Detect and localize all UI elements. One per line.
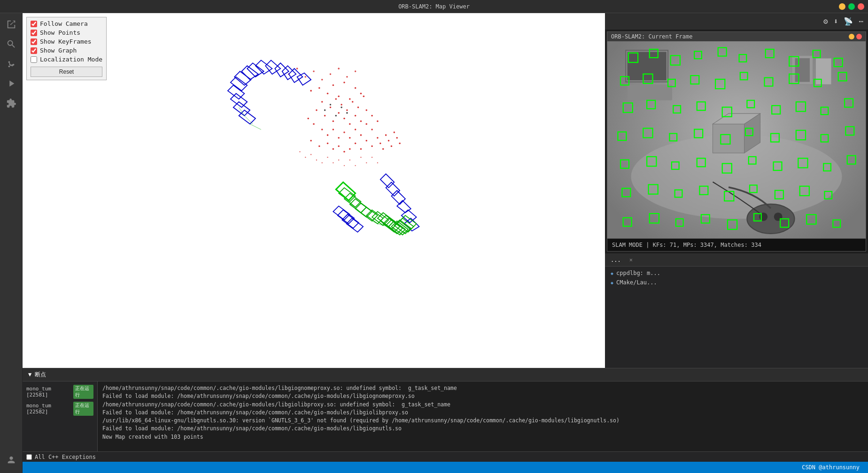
svg-point-89 xyxy=(377,162,378,163)
svg-point-28 xyxy=(307,118,309,120)
show-points-label: Show Points xyxy=(40,29,80,36)
svg-point-44 xyxy=(313,70,315,72)
svg-point-50 xyxy=(324,109,326,111)
terminal-output[interactable]: /home/athrunsunny/snap/code/common/.cach… xyxy=(98,381,868,451)
bottom-panel: ▼ 断点 mono_tum [22581] 正在运行 mono_tum [225… xyxy=(23,368,868,462)
minimize-button[interactable] xyxy=(839,3,845,10)
svg-rect-148 xyxy=(628,52,666,81)
localization-mode-control: Localization Mode xyxy=(31,56,102,63)
localization-mode-label: Localization Mode xyxy=(40,56,102,63)
side-file-item-1[interactable]: ◈ cppdlbg: m... xyxy=(607,268,866,278)
svg-point-84 xyxy=(349,160,350,160)
source-control-icon[interactable] xyxy=(2,54,21,73)
svg-point-67 xyxy=(380,143,381,145)
follow-camera-checkbox[interactable] xyxy=(31,21,37,27)
svg-point-81 xyxy=(333,162,333,163)
frame-close-buttons xyxy=(849,34,862,39)
svg-point-43 xyxy=(305,76,307,78)
svg-point-75 xyxy=(299,151,300,152)
svg-point-19 xyxy=(324,115,326,117)
svg-point-83 xyxy=(344,165,345,166)
frame-minimize-btn[interactable] xyxy=(849,34,854,39)
frame-titlebar: ORB-SLAM2: Current Frame xyxy=(607,32,866,41)
show-graph-checkbox[interactable] xyxy=(31,47,37,54)
svg-point-55 xyxy=(310,140,312,142)
search-icon[interactable] xyxy=(2,35,21,53)
svg-point-35 xyxy=(349,137,351,139)
run-icon[interactable] xyxy=(2,74,21,93)
download-icon[interactable]: ⬇ xyxy=(834,17,838,26)
follow-camera-label: Follow Camera xyxy=(40,20,88,27)
process-badge-1: 正在运行 xyxy=(73,385,93,399)
reset-button[interactable]: Reset xyxy=(31,67,102,77)
follow-camera-control: Follow Camera xyxy=(31,20,102,27)
show-keyframes-checkbox[interactable] xyxy=(31,38,37,45)
svg-point-39 xyxy=(371,129,373,130)
settings-icon[interactable]: ⚙ xyxy=(823,17,828,26)
show-points-control: Show Points xyxy=(31,29,102,36)
terminal-line-6: Failed to load module: /home/athrunsunny… xyxy=(102,425,863,433)
svg-point-51 xyxy=(330,104,332,106)
side-file-name-1: cppdlbg: m... xyxy=(616,270,660,276)
svg-point-12 xyxy=(335,98,337,100)
svg-point-8 xyxy=(355,87,356,89)
frame-title: ORB-SLAM2: Current Frame xyxy=(611,33,692,40)
camera-scene-svg xyxy=(607,41,866,238)
terminal-line-2: Failed to load module: /home/athrunsunny… xyxy=(102,392,863,400)
svg-point-24 xyxy=(355,115,356,117)
terminal-tab-breakpoints[interactable]: ▼ 断点 xyxy=(26,371,48,379)
svg-point-60 xyxy=(343,151,345,153)
broadcast-icon[interactable]: 📡 xyxy=(844,17,853,26)
svg-point-26 xyxy=(365,109,367,111)
more-icon[interactable]: ⋯ xyxy=(859,17,863,26)
svg-point-42 xyxy=(296,68,298,69)
svg-point-33 xyxy=(338,137,340,139)
status-bar: CSDN @athrunsunny xyxy=(23,462,868,473)
svg-point-61 xyxy=(349,148,351,150)
svg-rect-0 xyxy=(78,13,550,368)
side-panel-bottom: ... × ◈ cppdlbg: m... ◈ CMake/Lau... xyxy=(605,253,868,368)
terminal-line-7: New Map created with 103 points xyxy=(102,433,863,441)
vscode-topbar: ⚙ ⬇ 📡 ⋯ xyxy=(605,13,868,30)
svg-point-68 xyxy=(382,148,384,150)
svg-point-48 xyxy=(346,76,348,78)
svg-point-69 xyxy=(385,134,387,136)
accounts-icon[interactable] xyxy=(2,450,21,469)
app-container: ORB-SLAM2: Map Viewer xyxy=(0,0,868,473)
svg-point-88 xyxy=(372,157,372,158)
svg-point-74 xyxy=(399,143,401,145)
all-cpp-exceptions-checkbox[interactable] xyxy=(26,454,32,460)
localization-mode-checkbox[interactable] xyxy=(31,56,37,63)
maximize-button[interactable] xyxy=(848,3,855,10)
svg-point-87 xyxy=(366,162,367,163)
side-panel-tab-close[interactable]: × xyxy=(628,257,635,263)
svg-rect-157 xyxy=(795,58,810,82)
svg-point-86 xyxy=(360,157,361,158)
frame-close-btn[interactable] xyxy=(856,34,862,39)
show-graph-label: Show Graph xyxy=(40,47,77,54)
svg-point-73 xyxy=(396,137,398,139)
terminal-output-area: mono_tum [22581] 正在运行 mono_tum [22582] 正… xyxy=(23,381,868,451)
explorer-icon[interactable] xyxy=(2,15,21,34)
activity-bar xyxy=(0,13,23,473)
process-name-1: mono_tum [22581] xyxy=(26,386,70,398)
svg-point-40 xyxy=(377,121,379,122)
current-frame-window: ORB-SLAM2: Current Frame xyxy=(607,31,866,252)
show-points-checkbox[interactable] xyxy=(31,30,37,36)
vscode-shell: Follow Camera Show Points Show KeyFrames xyxy=(0,13,868,473)
process-name-2: mono_tum [22582] xyxy=(26,403,70,415)
side-panel-tab-ellipsis[interactable]: ... xyxy=(609,257,623,263)
svg-point-71 xyxy=(391,145,393,147)
terminal-process-1[interactable]: mono_tum [22581] 正在运行 xyxy=(23,383,97,400)
svg-point-49 xyxy=(355,70,356,72)
svg-point-58 xyxy=(333,148,334,150)
side-file-item-2[interactable]: ◈ CMake/Lau... xyxy=(607,278,866,287)
svg-point-25 xyxy=(360,121,362,122)
svg-point-62 xyxy=(355,143,356,145)
svg-point-11 xyxy=(330,107,332,108)
terminal-process-2[interactable]: mono_tum [22582] 正在运行 xyxy=(23,400,97,417)
extensions-icon[interactable] xyxy=(2,94,21,113)
close-button[interactable] xyxy=(858,3,864,10)
svg-point-23 xyxy=(349,123,351,125)
svg-point-21 xyxy=(338,112,340,114)
